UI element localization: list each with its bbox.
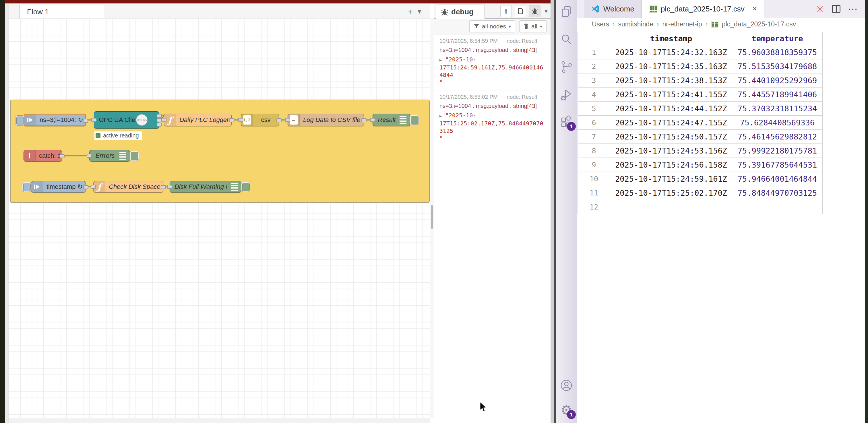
debug-list-icon <box>119 152 126 160</box>
output-port[interactable] <box>59 154 65 158</box>
expand-caret-icon[interactable]: ▶ <box>439 56 445 64</box>
flow-node-dbg-errors[interactable]: Errrors <box>89 150 130 162</box>
debug-clear-button[interactable]: all ▾ <box>519 20 547 32</box>
cell-timestamp[interactable]: 2025-10-17T15:24:59.161Z <box>610 172 732 186</box>
search-icon[interactable] <box>559 32 574 46</box>
cell-temperature[interactable]: 75.6284408569336 <box>732 116 823 130</box>
debug-toggle-button[interactable] <box>130 151 139 161</box>
cell-temperature[interactable] <box>732 200 823 214</box>
editor-actions: ✳ ⋯ <box>816 0 858 18</box>
debug-toggle-button[interactable] <box>241 182 250 192</box>
cell-temperature[interactable]: 75.44010925292969 <box>732 73 823 88</box>
tab-welcome[interactable]: Welcome <box>584 0 642 18</box>
input-port[interactable] <box>238 118 243 122</box>
input-port[interactable] <box>370 118 375 122</box>
inject-button[interactable] <box>22 182 31 192</box>
cell-temperature[interactable]: 75.51535034179688 <box>732 59 823 73</box>
rainbow-csv-icon[interactable]: ✳ <box>816 3 825 15</box>
input-port[interactable] <box>285 118 290 122</box>
breadcrumb-item[interactable]: sumitshinde <box>618 20 653 28</box>
debug-sidebar-button[interactable] <box>529 5 540 17</box>
source-control-icon[interactable] <box>559 60 574 74</box>
output-port[interactable] <box>161 185 166 189</box>
cell-temperature[interactable]: 75.44557189941406 <box>732 88 823 102</box>
canvas-vertical-scrollbar[interactable] <box>430 19 434 418</box>
cell-timestamp[interactable]: 2025-10-17T15:24:35.163Z <box>610 59 732 73</box>
flow-list-caret-icon[interactable]: ▾ <box>417 7 421 15</box>
settings-gear-icon[interactable]: ⚙ 1 <box>559 403 574 417</box>
cell-temperature[interactable]: 75.39167785644531 <box>732 158 823 172</box>
debug-toggle-button[interactable] <box>410 115 419 125</box>
flow-node-func2[interactable]: ƒCheck Disk Space <box>93 181 163 193</box>
flow-node-inject2[interactable]: timestamp ↻ <box>31 181 86 193</box>
cell-temperature[interactable]: 75.46145629882812 <box>732 130 823 144</box>
flow-node-catch1[interactable]: !catch: 1 <box>24 150 62 162</box>
flow-node-dbg-result[interactable]: Result <box>373 113 410 126</box>
cell-timestamp[interactable]: 2025-10-17T15:24:56.158Z <box>610 158 732 172</box>
output-port[interactable] <box>276 118 282 122</box>
flow-node-func1[interactable]: ƒDaily PLC Logger <box>164 113 231 126</box>
output-port[interactable] <box>157 114 162 118</box>
inject-button[interactable] <box>15 116 24 126</box>
extensions-icon[interactable]: 1 <box>559 115 574 129</box>
cell-timestamp[interactable]: 2025-10-17T15:24:41.155Z <box>610 88 732 102</box>
input-port[interactable] <box>161 118 166 122</box>
cell-temperature[interactable]: 75.99922180175781 <box>732 144 823 158</box>
scrollbar-thumb[interactable] <box>431 205 433 229</box>
breadcrumb-item[interactable]: plc_data_2025-10-17.csv <box>722 20 796 28</box>
info-sidebar-button[interactable]: i <box>500 5 512 17</box>
run-debug-icon[interactable] <box>559 87 574 102</box>
breadcrumb-item[interactable]: nr-ethernet-ip <box>662 20 702 28</box>
explorer-icon[interactable] <box>559 5 574 19</box>
input-port[interactable] <box>87 154 92 158</box>
tab-csv-file[interactable]: plc_data_2025-10-17.csv ✕ <box>642 0 764 18</box>
canvas-bottom-scroll-track[interactable] <box>9 418 430 423</box>
output-port[interactable] <box>157 123 162 127</box>
cell-timestamp[interactable]: 2025-10-17T15:25:02.170Z <box>610 186 732 200</box>
split-editor-icon[interactable] <box>832 5 840 12</box>
cell-timestamp[interactable]: 2025-10-17T15:24:44.152Z <box>610 102 732 116</box>
output-port[interactable] <box>361 118 367 122</box>
more-actions-icon[interactable]: ⋯ <box>848 3 858 14</box>
cell-temperature[interactable]: 75.94664001464844 <box>732 172 823 186</box>
cell-timestamp[interactable] <box>610 200 732 214</box>
flow-node-file1[interactable]: →Log Data to CSV file <box>288 113 364 126</box>
expand-caret-icon[interactable]: ▶ <box>439 112 445 120</box>
flow-node-opcua[interactable]: OPC UA ClientOPC UA <box>94 111 159 129</box>
screen-right-edge <box>865 0 868 423</box>
cell-temperature[interactable]: 75.96038818359375 <box>732 45 823 59</box>
cell-temperature[interactable]: 75.37032318115234 <box>732 102 823 116</box>
input-port[interactable] <box>91 118 96 122</box>
flow-node-csv[interactable]: 1,2csv <box>241 113 279 126</box>
output-port[interactable] <box>83 119 88 123</box>
debug-tab-label: debug <box>451 7 474 17</box>
vscode-editor-area: Welcome plc_data_2025-10-17.csv ✕ ✳ ⋯ Us… <box>577 0 865 423</box>
input-port[interactable] <box>167 185 172 189</box>
flow-node-dbg-disk[interactable]: Disk Full Warning ! <box>169 181 241 193</box>
cell-timestamp[interactable]: 2025-10-17T15:24:50.157Z <box>610 130 732 144</box>
debug-filter-button[interactable]: all nodes ▾ <box>469 20 515 32</box>
csv-file-icon <box>649 5 657 13</box>
breadcrumb-item[interactable]: Users <box>592 20 609 28</box>
cell-temperature[interactable]: 75.84844970703125 <box>732 186 823 200</box>
flow-node-inject1[interactable]: ns=3;i=1004: ↻ <box>24 113 86 126</box>
sidebar-menu-caret-icon[interactable]: ▾ <box>545 7 548 15</box>
output-port[interactable] <box>229 118 234 122</box>
help-sidebar-button[interactable] <box>515 5 526 17</box>
tab-flow-1[interactable]: Flow 1 <box>19 5 104 19</box>
account-icon[interactable] <box>559 378 574 393</box>
output-port[interactable] <box>83 185 88 189</box>
cell-timestamp[interactable]: 2025-10-17T15:24:32.163Z <box>610 45 732 59</box>
cell-timestamp[interactable]: 2025-10-17T15:24:47.155Z <box>610 116 732 130</box>
caret-down-icon: ▾ <box>540 24 542 29</box>
cell-timestamp[interactable]: 2025-10-17T15:24:38.153Z <box>610 73 732 88</box>
nodered-header-edge <box>5 0 551 3</box>
cell-timestamp[interactable]: 2025-10-17T15:24:53.156Z <box>610 144 732 158</box>
tab-debug[interactable]: debug <box>436 5 485 19</box>
input-port[interactable] <box>91 185 96 189</box>
status-dot-icon <box>96 133 100 138</box>
csv-table: timestamptemperature12025-10-17T15:24:32… <box>578 32 823 214</box>
close-tab-icon[interactable]: ✕ <box>752 5 757 12</box>
add-flow-button[interactable]: + <box>404 6 416 17</box>
flow-canvas[interactable]: ns=3;i=1004: ↻OPC UA ClientOPC UAƒDaily … <box>9 19 430 418</box>
